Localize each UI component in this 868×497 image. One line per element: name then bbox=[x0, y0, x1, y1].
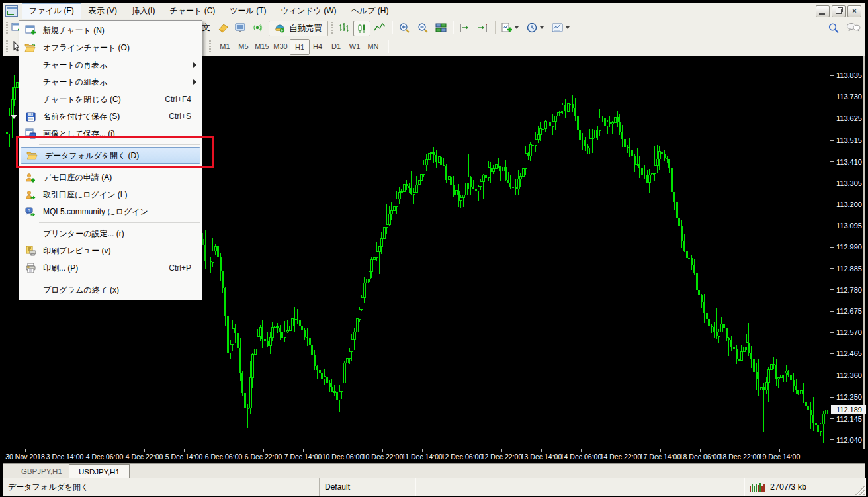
menu-item-profiles[interactable]: チャートの組表示 bbox=[19, 73, 202, 91]
price-label: 112.465 bbox=[836, 349, 862, 357]
chat-button[interactable] bbox=[844, 21, 863, 35]
tile-windows-button[interactable] bbox=[433, 21, 449, 35]
tf-m15-button[interactable]: M15 bbox=[253, 39, 271, 54]
zoom-in-button[interactable] bbox=[396, 21, 413, 35]
price-tick bbox=[830, 332, 834, 333]
close-button[interactable]: × bbox=[847, 5, 861, 17]
menu-item-print-preview[interactable]: 印刷プレビュー (v) bbox=[19, 242, 202, 259]
menu-window[interactable]: ウィンドウ (W) bbox=[274, 3, 344, 19]
toolbar-separator bbox=[495, 21, 496, 34]
time-tick bbox=[65, 449, 65, 452]
red-annotation-box bbox=[16, 136, 214, 168]
metaeditor-icon bbox=[218, 23, 229, 33]
time-tick bbox=[581, 449, 582, 452]
toolbar-grip[interactable] bbox=[209, 40, 211, 52]
tf-d1-button[interactable]: D1 bbox=[327, 39, 345, 54]
menu-view[interactable]: 表示 (V) bbox=[81, 3, 124, 19]
toolbar-grip[interactable] bbox=[6, 40, 8, 52]
time-label: 12 Dec 06:00 bbox=[441, 453, 482, 461]
time-label: 13 Dec 14:00 bbox=[521, 453, 562, 461]
search-button[interactable] bbox=[826, 21, 842, 35]
menu-help[interactable]: ヘルプ (H) bbox=[344, 3, 396, 19]
demo-account-icon bbox=[23, 171, 38, 183]
menu-item-print[interactable]: 印刷... (P) Ctrl+P bbox=[19, 259, 202, 277]
tf-m1-button[interactable]: M1 bbox=[216, 39, 234, 54]
price-tick bbox=[830, 204, 834, 204]
price-tick bbox=[830, 161, 834, 162]
time-tick bbox=[779, 449, 780, 452]
indicators-dropdown-arrow[interactable] bbox=[515, 26, 519, 29]
menu-insert[interactable]: 挿入(I) bbox=[124, 3, 162, 19]
price-label: 112.145 bbox=[836, 415, 862, 423]
autotrading-button[interactable]: 自動売買 bbox=[269, 21, 328, 36]
strategy-tester-button[interactable] bbox=[233, 21, 247, 35]
chart-system-icon[interactable] bbox=[5, 5, 18, 17]
templates-button[interactable] bbox=[549, 21, 572, 35]
price-label: 112.885 bbox=[836, 265, 862, 273]
status-traffic-label: 2707/3 kb bbox=[770, 482, 806, 492]
restore-button[interactable] bbox=[832, 5, 846, 17]
menu-chart[interactable]: チャート (C) bbox=[162, 3, 222, 19]
price-tick bbox=[830, 247, 834, 248]
indicators-icon bbox=[501, 23, 513, 33]
menu-file[interactable]: ファイル (F) bbox=[22, 3, 81, 19]
tf-mn-button[interactable]: MN bbox=[364, 39, 382, 54]
price-tick bbox=[830, 75, 834, 76]
templates-dropdown-arrow[interactable] bbox=[566, 26, 570, 29]
time-scale[interactable]: 30 Nov 20183 Dec 14:004 Dec 06:004 Dec 2… bbox=[3, 449, 830, 464]
toolbar-separator bbox=[392, 21, 393, 34]
zoom-out-button[interactable] bbox=[414, 21, 431, 35]
candlestick-type-button[interactable] bbox=[353, 21, 370, 36]
menu-item-login-account[interactable]: 取引口座にログイン (L) bbox=[19, 186, 202, 203]
resize-grip[interactable] bbox=[855, 486, 865, 495]
tf-w1-button[interactable]: W1 bbox=[345, 39, 364, 54]
periods-dropdown-arrow[interactable] bbox=[540, 26, 544, 29]
periods-button[interactable] bbox=[524, 21, 546, 35]
broadcast-button[interactable] bbox=[250, 21, 265, 35]
time-label: 19 Dec 14:00 bbox=[759, 453, 800, 461]
chart-shift-button[interactable] bbox=[475, 21, 491, 35]
menu-item-open-demo-account[interactable]: デモ口座の申請 (A) bbox=[19, 169, 202, 186]
menu-item-printer-setup[interactable]: プリンターの設定... (r) bbox=[19, 225, 202, 242]
tf-m5-button[interactable]: M5 bbox=[234, 39, 253, 54]
time-label: 7 Dec 14:00 bbox=[284, 453, 322, 461]
menu-item-exit[interactable]: プログラムの終了 (x) bbox=[19, 281, 202, 298]
indicators-button[interactable] bbox=[499, 21, 521, 35]
time-tick bbox=[501, 449, 502, 452]
menu-item-save-as[interactable]: 名前を付けて保存 (S) Ctrl+S bbox=[19, 108, 202, 125]
status-hint-text: データフォルダを開く bbox=[8, 482, 89, 493]
time-label: 3 Dec 14:00 bbox=[46, 453, 84, 461]
menu-item-offline-chart[interactable]: オフラインチャート (O) bbox=[19, 39, 202, 56]
toolbar-grip[interactable] bbox=[6, 22, 8, 34]
menu-tools[interactable]: ツール (T) bbox=[222, 3, 273, 19]
price-scale[interactable]: 112.189 113.835113.730113.625113.515113.… bbox=[830, 56, 861, 449]
tab-usdjpy-h1[interactable]: USDJPY,H1 bbox=[69, 464, 130, 479]
price-tick bbox=[830, 418, 834, 419]
time-tick bbox=[462, 449, 462, 452]
line-chart-type-button[interactable] bbox=[372, 21, 388, 35]
minimize-button[interactable] bbox=[816, 5, 830, 17]
tf-m30-button[interactable]: M30 bbox=[271, 39, 290, 54]
print-preview-icon bbox=[23, 245, 38, 257]
metaeditor-button[interactable] bbox=[216, 21, 230, 35]
tab-gbpjpy-h1[interactable]: GBPJPY,H1 bbox=[12, 465, 71, 478]
menu-item-login-mql5[interactable]: 5 MQL5.community にログイン bbox=[19, 203, 202, 220]
svg-text:5: 5 bbox=[28, 208, 30, 212]
time-tick bbox=[105, 449, 105, 452]
menu-item-new-chart[interactable]: 新規チャート (N) bbox=[19, 22, 202, 39]
price-label: 113.625 bbox=[836, 114, 862, 122]
price-label: 113.835 bbox=[836, 71, 862, 79]
bar-chart-icon bbox=[338, 23, 350, 33]
tf-h4-button[interactable]: H4 bbox=[308, 39, 327, 54]
one-click-trading-arrow[interactable] bbox=[11, 115, 17, 119]
time-label: 4 Dec 06:00 bbox=[86, 453, 124, 461]
toolbar-grip[interactable] bbox=[331, 22, 333, 34]
menu-item-refresh[interactable]: チャートの再表示 bbox=[19, 56, 202, 73]
auto-scroll-button[interactable] bbox=[456, 21, 472, 35]
time-label: 5 Dec 14:00 bbox=[165, 453, 203, 461]
save-icon bbox=[23, 111, 38, 122]
bar-chart-type-button[interactable] bbox=[336, 21, 352, 35]
tf-h1-button[interactable]: H1 bbox=[290, 39, 310, 55]
status-profile-panel[interactable]: Default bbox=[320, 478, 415, 496]
menu-item-close-chart[interactable]: チャートを閉じる (C) Ctrl+F4 bbox=[19, 91, 202, 108]
